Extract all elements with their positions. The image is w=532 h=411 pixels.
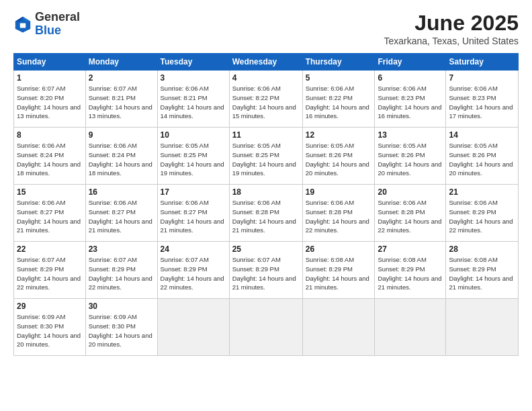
calendar-cell [446,299,519,356]
logo-blue-text: Blue [35,24,80,38]
day-number: 24 [161,244,226,254]
calendar-cell: 11 Sunrise: 6:05 AMSunset: 8:25 PMDaylig… [229,128,302,185]
location: Texarkana, Texas, United States [384,36,519,46]
calendar-cell: 4 Sunrise: 6:06 AMSunset: 8:22 PMDayligh… [229,71,302,128]
calendar-cell: 27 Sunrise: 6:08 AMSunset: 8:29 PMDaylig… [375,242,446,299]
calendar-cell: 19 Sunrise: 6:06 AMSunset: 8:28 PMDaylig… [302,185,375,242]
day-info: Sunrise: 6:05 AMSunset: 8:26 PMDaylight:… [449,142,513,177]
day-info: Sunrise: 6:06 AMSunset: 8:22 PMDaylight:… [306,85,369,120]
day-info: Sunrise: 6:06 AMSunset: 8:22 PMDaylight:… [232,85,296,120]
day-number: 11 [232,130,300,140]
day-number: 10 [161,130,226,140]
day-info: Sunrise: 6:06 AMSunset: 8:24 PMDaylight:… [89,142,152,177]
calendar-cell: 30 Sunrise: 6:09 AMSunset: 8:30 PMDaylig… [85,299,157,356]
calendar-cell [157,299,229,356]
day-number: 8 [17,130,83,140]
day-number: 19 [306,187,372,197]
day-info: Sunrise: 6:09 AMSunset: 8:30 PMDaylight:… [17,313,81,348]
calendar-cell: 6 Sunrise: 6:06 AMSunset: 8:23 PMDayligh… [375,71,446,128]
calendar-cell: 8 Sunrise: 6:06 AMSunset: 8:24 PMDayligh… [14,128,86,185]
day-info: Sunrise: 6:07 AMSunset: 8:29 PMDaylight:… [161,256,224,291]
day-info: Sunrise: 6:06 AMSunset: 8:21 PMDaylight:… [161,85,224,120]
table-row: 8 Sunrise: 6:06 AMSunset: 8:24 PMDayligh… [14,128,519,185]
table-row: 29 Sunrise: 6:09 AMSunset: 8:30 PMDaylig… [14,299,519,356]
day-info: Sunrise: 6:06 AMSunset: 8:29 PMDaylight:… [449,199,513,234]
col-friday: Friday [375,54,446,71]
day-number: 3 [161,73,226,83]
day-number: 7 [449,73,515,83]
col-wednesday: Wednesday [229,54,302,71]
calendar-cell: 24 Sunrise: 6:07 AMSunset: 8:29 PMDaylig… [157,242,229,299]
day-number: 27 [378,244,443,254]
calendar-cell: 1 Sunrise: 6:07 AMSunset: 8:20 PMDayligh… [14,71,86,128]
day-info: Sunrise: 6:06 AMSunset: 8:28 PMDaylight:… [306,199,369,234]
calendar-table: Sunday Monday Tuesday Wednesday Thursday… [13,53,519,356]
logo-general-text: General [35,11,80,24]
calendar-cell: 29 Sunrise: 6:09 AMSunset: 8:30 PMDaylig… [14,299,86,356]
day-info: Sunrise: 6:05 AMSunset: 8:25 PMDaylight:… [161,142,224,177]
calendar-cell: 21 Sunrise: 6:06 AMSunset: 8:29 PMDaylig… [446,185,519,242]
day-info: Sunrise: 6:06 AMSunset: 8:27 PMDaylight:… [161,199,224,234]
header-row: Sunday Monday Tuesday Wednesday Thursday… [14,54,519,71]
table-row: 22 Sunrise: 6:07 AMSunset: 8:29 PMDaylig… [14,242,519,299]
calendar-cell: 26 Sunrise: 6:08 AMSunset: 8:29 PMDaylig… [302,242,375,299]
day-info: Sunrise: 6:07 AMSunset: 8:29 PMDaylight:… [89,256,152,291]
calendar-cell: 20 Sunrise: 6:06 AMSunset: 8:28 PMDaylig… [375,185,446,242]
day-number: 6 [378,73,443,83]
day-number: 20 [378,187,443,197]
calendar-cell [375,299,446,356]
day-number: 2 [89,73,154,83]
calendar-cell: 10 Sunrise: 6:05 AMSunset: 8:25 PMDaylig… [157,128,229,185]
day-info: Sunrise: 6:07 AMSunset: 8:29 PMDaylight:… [17,256,81,291]
calendar-cell: 22 Sunrise: 6:07 AMSunset: 8:29 PMDaylig… [14,242,86,299]
day-number: 30 [89,302,154,311]
day-info: Sunrise: 6:06 AMSunset: 8:23 PMDaylight:… [378,85,441,120]
table-row: 1 Sunrise: 6:07 AMSunset: 8:20 PMDayligh… [14,71,519,128]
day-number: 17 [161,187,226,197]
day-info: Sunrise: 6:05 AMSunset: 8:26 PMDaylight:… [306,142,369,177]
calendar-cell [302,299,375,356]
calendar-cell: 9 Sunrise: 6:06 AMSunset: 8:24 PMDayligh… [85,128,157,185]
day-number: 9 [89,130,154,140]
day-number: 28 [449,244,515,254]
day-number: 13 [378,130,443,140]
day-info: Sunrise: 6:05 AMSunset: 8:25 PMDaylight:… [232,142,296,177]
day-info: Sunrise: 6:08 AMSunset: 8:29 PMDaylight:… [378,256,441,291]
col-monday: Monday [85,54,157,71]
logo: General Blue [13,11,80,38]
col-tuesday: Tuesday [157,54,229,71]
day-number: 18 [232,187,300,197]
day-info: Sunrise: 6:06 AMSunset: 8:24 PMDaylight:… [17,142,81,177]
day-info: Sunrise: 6:05 AMSunset: 8:26 PMDaylight:… [378,142,441,177]
col-saturday: Saturday [446,54,519,71]
calendar-cell: 17 Sunrise: 6:06 AMSunset: 8:27 PMDaylig… [157,185,229,242]
day-number: 12 [306,130,372,140]
calendar-cell: 28 Sunrise: 6:08 AMSunset: 8:29 PMDaylig… [446,242,519,299]
day-info: Sunrise: 6:06 AMSunset: 8:23 PMDaylight:… [449,85,513,120]
logo-text: General Blue [35,11,80,38]
day-info: Sunrise: 6:07 AMSunset: 8:29 PMDaylight:… [232,256,296,291]
calendar-cell: 16 Sunrise: 6:06 AMSunset: 8:27 PMDaylig… [85,185,157,242]
calendar-cell: 15 Sunrise: 6:06 AMSunset: 8:27 PMDaylig… [14,185,86,242]
col-thursday: Thursday [302,54,375,71]
day-number: 4 [232,73,300,83]
calendar-cell: 12 Sunrise: 6:05 AMSunset: 8:26 PMDaylig… [302,128,375,185]
day-info: Sunrise: 6:08 AMSunset: 8:29 PMDaylight:… [306,256,369,291]
calendar-cell [229,299,302,356]
month-title: June 2025 [384,11,519,36]
day-info: Sunrise: 6:06 AMSunset: 8:28 PMDaylight:… [232,199,296,234]
title-block: June 2025 Texarkana, Texas, United State… [384,11,519,46]
calendar-cell: 13 Sunrise: 6:05 AMSunset: 8:26 PMDaylig… [375,128,446,185]
day-info: Sunrise: 6:09 AMSunset: 8:30 PMDaylight:… [89,313,152,348]
day-number: 14 [449,130,515,140]
calendar-cell: 3 Sunrise: 6:06 AMSunset: 8:21 PMDayligh… [157,71,229,128]
day-number: 16 [89,187,154,197]
day-info: Sunrise: 6:06 AMSunset: 8:27 PMDaylight:… [17,199,81,234]
calendar-cell: 14 Sunrise: 6:05 AMSunset: 8:26 PMDaylig… [446,128,519,185]
day-number: 25 [232,244,300,254]
calendar-cell: 23 Sunrise: 6:07 AMSunset: 8:29 PMDaylig… [85,242,157,299]
day-number: 15 [17,187,83,197]
day-number: 5 [306,73,372,83]
day-info: Sunrise: 6:06 AMSunset: 8:27 PMDaylight:… [89,199,152,234]
table-row: 15 Sunrise: 6:06 AMSunset: 8:27 PMDaylig… [14,185,519,242]
